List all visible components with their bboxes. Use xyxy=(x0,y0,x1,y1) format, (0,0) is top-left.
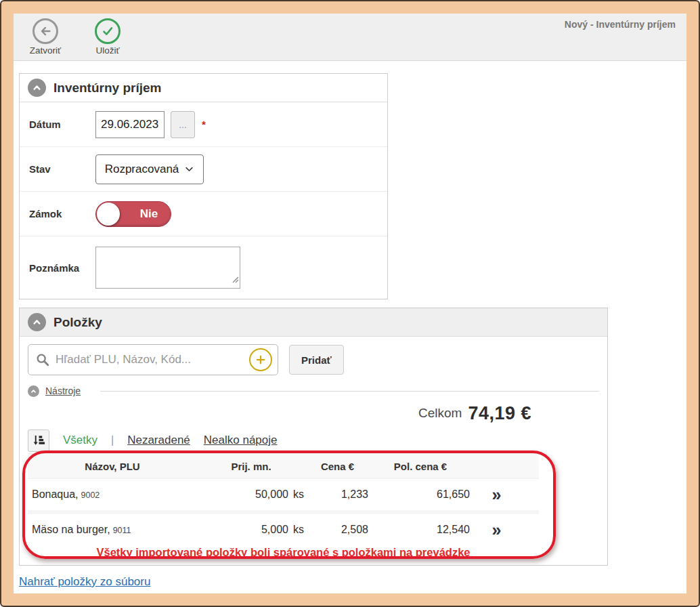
item-name: Bonaqua, xyxy=(32,488,79,500)
save-button[interactable]: Uložiť xyxy=(85,18,130,56)
filter-separator: | xyxy=(111,434,114,446)
add-item-plus-icon[interactable] xyxy=(249,348,272,371)
status-row: Stav Rozpracovaná xyxy=(20,147,387,192)
item-line-total: 61,650 xyxy=(370,488,471,501)
items-panel-title: Položky xyxy=(53,315,102,330)
note-row: Poznámka xyxy=(20,236,387,299)
item-action-cell: » xyxy=(471,486,522,503)
date-input[interactable] xyxy=(95,111,165,138)
table-row[interactable]: Bonaqua,9002 50,000ks 1,233 61,650 » xyxy=(28,479,539,510)
item-qty: 5,000 xyxy=(261,524,288,535)
items-table: Názov, PLU Prij. mn. Cena € Pol. cena € … xyxy=(28,453,539,565)
date-picker-button[interactable]: ... xyxy=(171,111,195,138)
main-content: Inventúrny príjem Dátum ... * Stav Rozpr… xyxy=(14,61,686,589)
item-qty-cell: 5,000ks xyxy=(197,524,305,536)
status-select[interactable]: Rozpracovaná xyxy=(95,154,204,184)
filter-all[interactable]: Všetky xyxy=(63,434,97,447)
collapse-form-panel-icon[interactable] xyxy=(28,79,46,97)
lock-toggle-value: Nie xyxy=(127,207,171,221)
search-row: Pridať xyxy=(20,337,607,383)
header-name-plu: Názov, PLU xyxy=(28,461,197,472)
open-item-icon[interactable]: » xyxy=(492,486,502,503)
table-header-row: Názov, PLU Prij. mn. Cena € Pol. cena € xyxy=(28,453,539,479)
save-button-label: Uložiť xyxy=(95,45,119,56)
import-status-message: Všetky importované položky boli spárovan… xyxy=(28,545,539,565)
item-action-cell: » xyxy=(471,522,522,539)
required-marker: * xyxy=(202,119,206,130)
total-label: Celkom xyxy=(418,406,462,421)
filter-row: Všetky | Nezaradené Nealko nápoje xyxy=(20,427,607,453)
item-name: Mäso na burger, xyxy=(32,524,110,535)
window-frame: Zatvoriť Uložiť Nový - Inventúrny príjem… xyxy=(0,0,700,607)
close-button-label: Zatvoriť xyxy=(30,45,61,56)
chevron-down-icon xyxy=(184,164,194,174)
header-line-price: Pol. cena € xyxy=(370,461,471,472)
search-icon xyxy=(35,352,50,367)
filter-soft-drinks[interactable]: Nealko nápoje xyxy=(204,434,278,447)
item-price: 1,233 xyxy=(305,488,370,501)
open-item-icon[interactable]: » xyxy=(492,522,502,539)
item-qty: 50,000 xyxy=(255,488,288,500)
total-row: Celkom 74,19 € xyxy=(20,399,607,427)
collapse-tools-icon[interactable] xyxy=(28,385,39,397)
item-price: 2,508 xyxy=(305,524,370,536)
status-label: Stav xyxy=(29,163,95,175)
lock-row: Zámok Nie xyxy=(20,192,387,236)
toolbar: Zatvoriť Uložiť Nový - Inventúrny príjem xyxy=(14,14,686,61)
items-panel: Položky Pridať xyxy=(19,308,608,566)
total-value: 74,19 € xyxy=(468,403,531,424)
status-select-value: Rozpracovaná xyxy=(105,163,179,176)
collapse-items-panel-icon[interactable] xyxy=(28,313,46,331)
header-price: Cena € xyxy=(305,461,370,472)
form-panel-title: Inventúrny príjem xyxy=(53,81,161,96)
upload-items-link[interactable]: Nahrať položky zo súboru xyxy=(19,575,150,588)
app-window: Zatvoriť Uložiť Nový - Inventúrny príjem… xyxy=(14,14,686,593)
item-qty-cell: 50,000ks xyxy=(197,488,305,501)
filter-unassigned[interactable]: Nezaradené xyxy=(127,434,190,447)
item-unit: ks xyxy=(293,524,304,535)
header-received-qty: Prij. mn. xyxy=(197,461,305,472)
back-arrow-icon xyxy=(32,18,58,44)
lock-label: Zámok xyxy=(29,208,95,219)
items-panel-header: Položky xyxy=(20,308,607,337)
item-line-total: 12,540 xyxy=(370,524,471,536)
item-plu: 9011 xyxy=(113,526,131,535)
search-input[interactable] xyxy=(56,353,244,367)
date-row: Dátum ... * xyxy=(20,102,387,147)
sort-icon[interactable] xyxy=(28,430,49,452)
search-box xyxy=(28,344,278,375)
item-unit: ks xyxy=(293,488,304,500)
window-title: Nový - Inventúrny príjem xyxy=(565,19,676,30)
table-row[interactable]: Mäso na burger,9011 5,000ks 2,508 12,540… xyxy=(28,514,539,545)
form-panel-header: Inventúrny príjem xyxy=(20,74,387,102)
close-button[interactable]: Zatvoriť xyxy=(23,18,68,56)
lock-toggle[interactable]: Nie xyxy=(95,201,171,227)
tools-row: Nástroje xyxy=(20,383,607,399)
toggle-knob-icon xyxy=(97,203,120,226)
note-label: Poznámka xyxy=(29,262,95,274)
note-field-wrapper xyxy=(95,247,240,289)
item-name-cell: Mäso na burger,9011 xyxy=(28,524,197,536)
form-panel: Inventúrny príjem Dátum ... * Stav Rozpr… xyxy=(19,73,388,299)
tools-divider xyxy=(100,391,599,392)
tools-link[interactable]: Nástroje xyxy=(45,385,81,396)
add-button[interactable]: Pridať xyxy=(289,345,344,375)
item-name-cell: Bonaqua,9002 xyxy=(28,488,197,501)
item-plu: 9002 xyxy=(81,490,100,500)
note-textarea[interactable] xyxy=(95,247,240,289)
footer-row: Nahrať položky zo súboru xyxy=(19,575,681,589)
date-label: Dátum xyxy=(29,119,95,130)
check-icon xyxy=(95,18,121,44)
